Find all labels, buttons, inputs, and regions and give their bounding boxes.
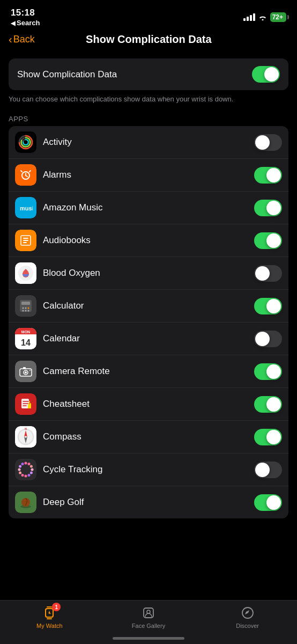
app-toggle-alarms[interactable] [254, 167, 282, 184]
signal-bar-3 [250, 15, 252, 21]
svg-rect-57 [47, 618, 52, 619]
toggle-knob [266, 397, 281, 412]
app-toggle-cheatsheet[interactable] [254, 396, 282, 413]
tab-mywatch-label: My Watch [36, 623, 63, 629]
app-row: Blood Oxygen [9, 257, 288, 290]
app-name: Amazon Music [43, 202, 248, 213]
back-label[interactable]: Back [13, 34, 35, 45]
svg-rect-30 [23, 367, 26, 369]
app-row: music Amazon Music [9, 192, 288, 224]
svg-rect-56 [47, 606, 52, 608]
svg-point-29 [25, 371, 27, 374]
main-toggle-label: Show Complication Data [17, 69, 117, 80]
app-icon-cheatsheet [15, 393, 36, 415]
app-name: Alarms [43, 170, 248, 180]
nav-header: ‹ Back Show Complication Data [0, 29, 297, 54]
app-row: Alarms [9, 159, 288, 192]
apps-list: Activity Alarms music Amazon Music Audio… [9, 126, 288, 518]
app-row: Audiobooks [9, 224, 288, 257]
svg-point-51 [18, 469, 21, 471]
app-name: Calculator [43, 301, 248, 311]
app-name: Cheatsheet [43, 399, 248, 409]
signal-bar-4 [253, 13, 255, 21]
app-row: Deep Golf [9, 486, 288, 518]
app-toggle-cycle-tracking[interactable] [254, 462, 282, 478]
app-icon-activity [15, 131, 36, 153]
app-icon-amazon-music: music [15, 197, 36, 218]
app-icon-audiobooks [15, 230, 36, 251]
toggle-knob [255, 266, 270, 281]
status-right: 72 + [243, 12, 286, 22]
svg-point-46 [30, 472, 33, 474]
app-toggle-blood-oxygen[interactable] [254, 265, 282, 282]
app-row: Cycle Tracking [9, 453, 288, 486]
app-icon-compass: N [15, 426, 36, 448]
battery-indicator: 72 + [270, 12, 286, 22]
app-toggle-audiobooks[interactable] [254, 232, 282, 249]
svg-rect-14 [21, 302, 30, 305]
app-toggle-activity[interactable] [254, 134, 282, 151]
svg-point-64 [147, 610, 150, 613]
app-toggle-compass[interactable] [254, 429, 282, 445]
svg-point-19 [25, 310, 27, 312]
svg-point-52 [19, 465, 21, 468]
signal-bars-icon [243, 13, 255, 21]
tab-facegallery-icon-wrap [140, 605, 157, 621]
home-indicator [113, 637, 184, 640]
svg-point-17 [28, 308, 29, 309]
apps-section-header: APPS [0, 104, 297, 126]
app-row: Calculator [9, 290, 288, 323]
tab-discover-icon-wrap [240, 605, 256, 621]
toggle-knob [266, 299, 281, 313]
discover-icon [241, 606, 255, 620]
svg-line-8 [26, 175, 27, 177]
toggle-knob [266, 495, 281, 510]
app-row: Camera Remote [9, 355, 288, 388]
svg-point-48 [25, 475, 27, 478]
svg-text:14: 14 [21, 338, 31, 347]
tab-facegallery-label: Face Gallery [132, 623, 165, 629]
app-icon-blood-oxygen [15, 262, 36, 284]
svg-point-42 [25, 462, 27, 465]
svg-marker-66 [245, 610, 249, 614]
page-title: Show Complication Data [35, 33, 263, 46]
app-name: Cycle Tracking [43, 464, 248, 475]
toggle-knob [255, 332, 270, 346]
app-icon-calculator [15, 295, 36, 317]
app-row: Activity [9, 126, 288, 159]
back-button[interactable]: ‹ Back [9, 33, 35, 46]
app-toggle-amazon-music[interactable] [254, 200, 282, 216]
app-toggle-deep-golf[interactable] [254, 494, 282, 511]
app-row: N Compass [9, 421, 288, 453]
tab-mywatch[interactable]: 1 My Watch [28, 605, 71, 629]
status-bar: 15:18 Search 72 + [0, 0, 297, 29]
app-icon-alarms [15, 164, 36, 186]
svg-point-47 [28, 474, 31, 477]
app-name: Activity [43, 137, 248, 148]
app-toggle-calculator[interactable] [254, 298, 282, 314]
svg-point-43 [28, 463, 31, 465]
app-toggle-camera-remote[interactable] [254, 363, 282, 380]
app-name: Compass [43, 431, 248, 442]
svg-text:N: N [25, 427, 27, 430]
mywatch-badge: 1 [52, 603, 61, 611]
tab-mywatch-icon-wrap: 1 [41, 605, 57, 621]
app-name: Deep Golf [43, 497, 248, 508]
svg-text:MON: MON [21, 330, 30, 334]
svg-point-16 [25, 308, 27, 309]
svg-point-15 [23, 308, 24, 309]
status-search[interactable]: Search [11, 19, 40, 27]
svg-point-44 [30, 465, 33, 468]
tab-discover[interactable]: Discover [226, 605, 269, 629]
toggle-knob [255, 135, 270, 150]
tab-facegallery[interactable]: Face Gallery [127, 605, 170, 629]
main-toggle[interactable] [252, 66, 280, 83]
toggle-knob [266, 364, 281, 379]
toggle-knob [266, 168, 281, 182]
back-chevron-icon: ‹ [9, 33, 12, 46]
toggle-knob [255, 463, 270, 477]
toggle-knob [266, 233, 281, 248]
app-name: Audiobooks [43, 235, 248, 246]
status-time: 15:18 [11, 8, 40, 18]
app-toggle-calendar[interactable] [254, 331, 282, 347]
